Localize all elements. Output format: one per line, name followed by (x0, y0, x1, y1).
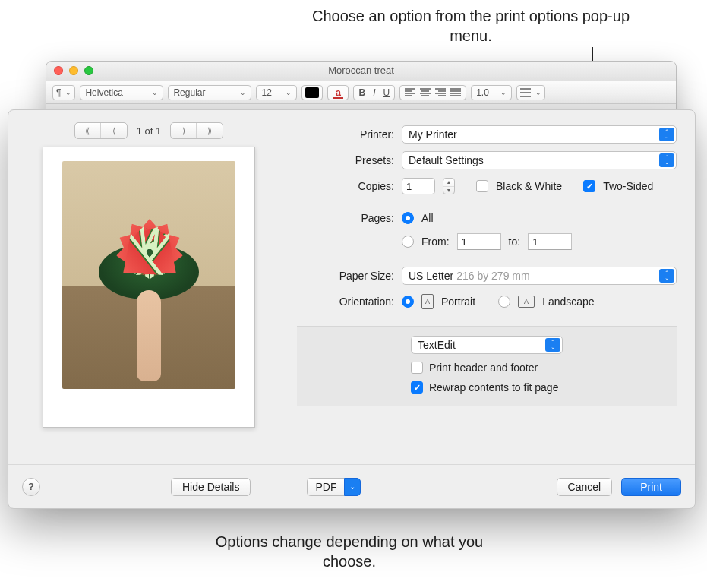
printer-label: Printer: (297, 128, 394, 141)
pages-from-field[interactable]: 1 (457, 233, 501, 250)
header-footer-label: Print header and footer (429, 362, 538, 374)
list-style-button[interactable]: ⌄ (516, 85, 545, 100)
print-label: Print (640, 481, 662, 493)
presets-select[interactable]: Default Settings (402, 151, 677, 169)
copies-field[interactable]: 1 (402, 178, 435, 194)
page-indicator: 1 of 1 (137, 125, 162, 137)
hide-details-button[interactable]: Hide Details (171, 478, 251, 496)
underline-button[interactable]: U (383, 87, 390, 98)
print-options-popup[interactable]: TextEdit (411, 336, 563, 354)
print-button[interactable]: Print (621, 478, 681, 496)
rewrap-checkbox[interactable] (411, 381, 423, 394)
orientation-landscape-radio[interactable] (498, 296, 510, 308)
font-style-select[interactable]: Regular ⌄ (168, 85, 251, 100)
two-sided-checkbox[interactable] (583, 180, 595, 192)
select-caret-icon (659, 128, 674, 141)
list-icon (520, 88, 531, 97)
paper-size-value: US Letter (409, 270, 453, 282)
preview-prev-group: ⟪ ⟨ (74, 122, 128, 139)
presets-label: Presets: (297, 154, 394, 166)
black-white-label: Black & White (496, 180, 562, 192)
orientation-label: Orientation: (297, 296, 394, 308)
align-left-icon[interactable] (405, 88, 415, 97)
font-size-value: 12 (261, 87, 271, 98)
printer-select[interactable]: My Printer (402, 125, 677, 144)
two-sided-label: Two-Sided (603, 180, 653, 192)
stepper-down-icon[interactable]: ▼ (443, 187, 454, 194)
highlight-color-button[interactable]: a (327, 85, 349, 100)
paragraph-styles-button[interactable]: ¶ ⌄ (52, 85, 75, 100)
pages-to-value: 1 (532, 236, 538, 248)
copies-label: Copies: (297, 180, 394, 192)
callout-top-text: Choose an option from the print options … (311, 6, 630, 46)
portrait-label: Portrait (441, 296, 475, 308)
align-center-icon[interactable] (420, 88, 431, 97)
orientation-portrait-radio[interactable] (402, 296, 414, 308)
titlebar: Moroccan treat (46, 62, 676, 81)
portrait-icon: A (421, 294, 434, 309)
copies-value: 1 (406, 181, 412, 192)
landscape-icon: A (518, 296, 535, 308)
copies-stepper[interactable]: ▲ ▼ (443, 178, 455, 194)
print-options-pane: Printer: My Printer Presets: Default Set… (289, 110, 695, 464)
pages-to-field[interactable]: 1 (528, 233, 572, 250)
help-button[interactable]: ? (22, 478, 40, 496)
font-style-value: Regular (173, 87, 205, 98)
app-specific-options-section: TextEdit Print header and footer Rewrap … (297, 326, 677, 406)
next-page-button[interactable]: ⟩ (171, 123, 197, 138)
line-spacing-value: 1.0 (476, 87, 489, 98)
font-family-value: Helvetica (85, 87, 122, 98)
preview-next-group: ⟩ ⟫ (170, 122, 223, 139)
color-swatch-icon (305, 87, 319, 98)
alignment-group[interactable] (399, 85, 466, 100)
print-dialog: ⟪ ⟨ 1 of 1 ⟩ ⟫ (8, 109, 696, 509)
pages-all-radio[interactable] (402, 212, 414, 224)
select-caret-icon (659, 153, 674, 167)
align-right-icon[interactable] (435, 88, 446, 97)
pages-to-label: to: (509, 236, 521, 248)
paper-size-label: Paper Size: (297, 270, 394, 282)
italic-button[interactable]: I (373, 87, 375, 98)
preview-photo (62, 161, 235, 389)
select-caret-icon (659, 269, 674, 283)
prev-page-button[interactable]: ⟨ (101, 123, 127, 138)
align-justify-icon[interactable] (450, 88, 461, 97)
presets-value: Default Settings (409, 154, 484, 166)
pages-range-radio[interactable] (402, 236, 414, 248)
pages-from-label: From: (421, 236, 450, 248)
first-page-button[interactable]: ⟪ (75, 123, 101, 138)
header-footer-checkbox[interactable] (411, 362, 423, 374)
select-caret-icon (545, 338, 560, 352)
printer-value: My Printer (409, 128, 457, 141)
pages-label: Pages: (297, 212, 394, 224)
preview-pane: ⟪ ⟨ 1 of 1 ⟩ ⟫ (8, 110, 289, 464)
window-title: Moroccan treat (46, 65, 676, 76)
paper-size-select[interactable]: US Letter 216 by 279 mm (402, 267, 677, 285)
pdf-menu-button[interactable]: PDF ⌄ (307, 478, 361, 496)
print-options-popup-value: TextEdit (418, 339, 456, 351)
bius-group[interactable]: B I U (353, 85, 395, 100)
text-color-button[interactable] (301, 85, 323, 100)
last-page-button[interactable]: ⟫ (197, 123, 223, 138)
font-family-select[interactable]: Helvetica ⌄ (80, 85, 163, 100)
black-white-checkbox[interactable] (476, 180, 488, 192)
rewrap-label: Rewrap contents to fit page (429, 381, 558, 394)
pdf-label: PDF (315, 481, 336, 493)
stepper-up-icon[interactable]: ▲ (443, 179, 454, 187)
bold-button[interactable]: B (358, 87, 365, 98)
dialog-footer: ? Hide Details PDF ⌄ Cancel Print (8, 464, 695, 508)
cancel-button[interactable]: Cancel (557, 478, 613, 496)
line-spacing-select[interactable]: 1.0 ⌄ (471, 85, 512, 100)
chevron-down-icon: ⌄ (344, 478, 361, 496)
cancel-label: Cancel (568, 481, 601, 493)
highlight-a-icon: a (331, 87, 345, 99)
font-size-select[interactable]: 12 ⌄ (256, 85, 297, 100)
print-preview-page (43, 147, 255, 428)
pages-all-label: All (421, 212, 434, 224)
format-toolbar: ¶ ⌄ Helvetica ⌄ Regular ⌄ 12 ⌄ a B I U (46, 81, 676, 104)
pages-from-value: 1 (462, 236, 467, 248)
paper-size-dims: 216 by 279 mm (456, 270, 530, 282)
hide-details-label: Hide Details (182, 481, 239, 493)
landscape-label: Landscape (542, 296, 595, 308)
callout-bottom-text: Options change depending on what you cho… (197, 532, 501, 571)
